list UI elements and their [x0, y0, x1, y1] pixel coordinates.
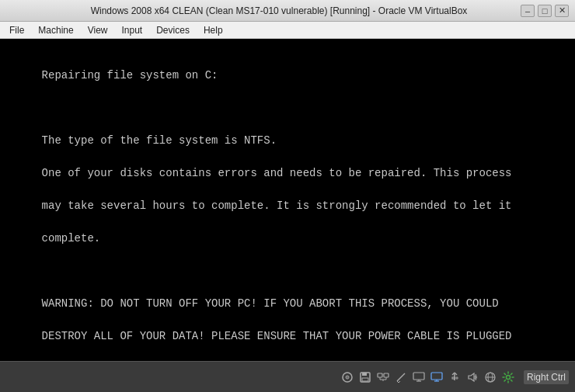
right-ctrl-label: Right Ctrl — [524, 370, 569, 384]
vm-line-3: The type of the file system is NTFS. — [42, 134, 277, 147]
status-bar: Right Ctrl — [0, 361, 575, 392]
window-controls: – □ ✕ — [521, 5, 569, 17]
svg-rect-6 — [378, 373, 382, 377]
vm-output: Repairing file system on C: The type of … — [16, 51, 559, 361]
svg-point-31 — [506, 375, 510, 379]
monitor-icon-1[interactable] — [411, 369, 427, 385]
vm-line-9: DESTROY ALL OF YOUR DATA! PLEASE ENSURE … — [42, 330, 512, 342]
svg-rect-4 — [362, 373, 367, 376]
svg-line-13 — [403, 373, 405, 375]
svg-point-26 — [456, 376, 458, 378]
svg-rect-7 — [384, 373, 389, 377]
vm-line-4: One of your disks contains errors and ne… — [42, 167, 512, 179]
menu-machine[interactable]: Machine — [32, 23, 79, 37]
svg-line-12 — [397, 375, 403, 381]
menu-bar: File Machine View Input Devices Help — [0, 22, 575, 39]
vm-line-1: Repairing file system on C: — [42, 69, 218, 82]
sound-icon[interactable] — [465, 369, 480, 385]
svg-rect-25 — [452, 377, 455, 379]
menu-view[interactable]: View — [82, 23, 114, 37]
svg-marker-27 — [469, 373, 474, 381]
menu-input[interactable]: Input — [116, 23, 149, 37]
monitor-icon-2[interactable] — [429, 369, 444, 385]
restore-button[interactable]: □ — [538, 5, 552, 17]
usb-icon[interactable] — [447, 369, 462, 385]
menu-help[interactable]: Help — [197, 23, 229, 37]
status-icon-group — [340, 369, 516, 385]
svg-rect-5 — [362, 378, 368, 381]
cd-icon[interactable] — [340, 369, 355, 385]
svg-line-15 — [399, 381, 400, 383]
vm-screen: Repairing file system on C: The type of … — [0, 39, 575, 361]
network-icon-1[interactable] — [375, 369, 391, 385]
vm-line-6: complete. — [42, 232, 101, 245]
svg-point-2 — [347, 376, 348, 378]
menu-file[interactable]: File — [3, 23, 30, 37]
svg-rect-19 — [431, 373, 442, 380]
edit-icon[interactable] — [393, 369, 409, 385]
vm-line-8: WARNING: DO NOT TURN OFF YOUR PC! IF YOU… — [42, 297, 499, 310]
floppy-icon[interactable] — [357, 369, 373, 385]
svg-line-14 — [397, 381, 399, 383]
window-title: Windows 2008 x64 CLEAN (Clean MS17-010 v… — [37, 5, 521, 16]
svg-rect-16 — [413, 373, 424, 380]
gear-icon[interactable] — [500, 369, 516, 385]
menu-devices[interactable]: Devices — [150, 23, 196, 37]
globe-icon[interactable] — [483, 369, 498, 385]
close-button[interactable]: ✕ — [555, 5, 569, 17]
title-bar: Windows 2008 x64 CLEAN (Clean MS17-010 v… — [0, 0, 575, 22]
vm-line-5: may take several hours to complete. It i… — [42, 199, 512, 212]
minimize-button[interactable]: – — [521, 5, 535, 17]
